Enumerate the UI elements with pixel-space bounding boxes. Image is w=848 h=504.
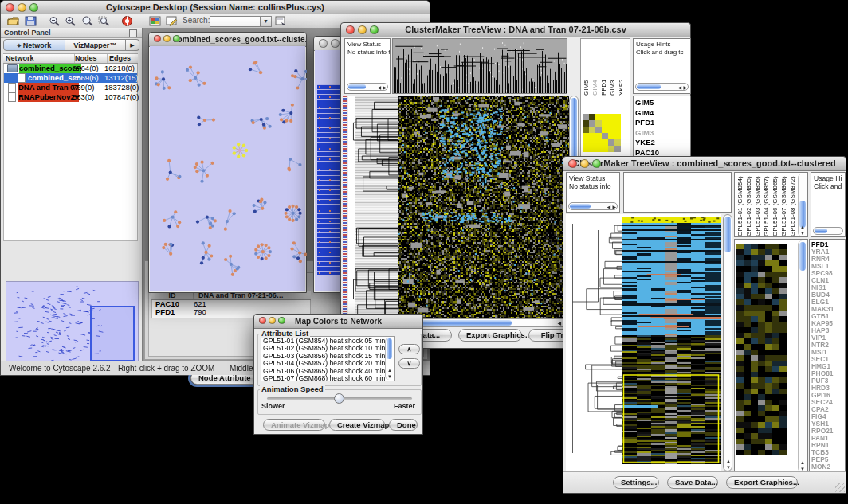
- column-label[interactable]: GPL51-02 (GSM855): [744, 174, 753, 236]
- close-icon[interactable]: [568, 159, 577, 168]
- treeview2-titlebar[interactable]: ClusterMaker TreeView : combined_scores_…: [563, 157, 846, 171]
- help-lifesaver-icon[interactable]: [121, 16, 133, 26]
- gene-label[interactable]: GIM4: [635, 108, 690, 119]
- scroll-up-icon[interactable]: ▲: [726, 459, 731, 463]
- minimize-icon[interactable]: [163, 35, 171, 42]
- move-attribute-up-button[interactable]: ∧: [398, 344, 420, 354]
- network-row[interactable]: RNAPuberNov2+563(0)107847(0): [4, 92, 137, 102]
- zoom-selected-icon[interactable]: [98, 16, 110, 26]
- zoom-window-icon[interactable]: [370, 25, 379, 34]
- scroll-up-icon[interactable]: ▲: [800, 225, 805, 229]
- column-label[interactable]: GPL51-01 (GSM854): [736, 174, 744, 236]
- minimize-icon[interactable]: [358, 25, 367, 34]
- scroll-left-icon[interactable]: ◀: [557, 321, 561, 326]
- close-icon[interactable]: [259, 317, 266, 324]
- scroll-right-icon[interactable]: ▶: [683, 85, 687, 90]
- tab-overflow-icon[interactable]: ▶: [126, 39, 139, 51]
- scroll-right-icon[interactable]: ▶: [612, 205, 616, 209]
- cytoscape-titlebar[interactable]: Cytoscape Desktop (Session Name: collins…: [1, 1, 430, 15]
- tv2-column-dendrogram[interactable]: [623, 172, 732, 213]
- tv2-row-dendrogram[interactable]: [566, 214, 622, 471]
- create-vizmap-button[interactable]: Create Vizmap: [329, 419, 385, 431]
- tv1-export-graphics-button[interactable]: Export Graphics...: [458, 329, 522, 342]
- network-row[interactable]: combined_scores2764(0)16218(0): [4, 64, 137, 73]
- network-row[interactable]: DNA and Tran 07769(0)183728(0): [4, 83, 137, 92]
- column-label[interactable]: PFD1: [599, 41, 608, 96]
- tv2-zoom-panel[interactable]: ▲ ▼: [734, 239, 808, 474]
- tv2-gene-list[interactable]: PFD1YRA1RNR4MSL1SPC98CLN1NIS1BUD4ELG1MAK…: [809, 239, 846, 471]
- scroll-left-icon[interactable]: ◀: [607, 205, 610, 209]
- attribute-item[interactable]: GPL51-07 (GSM868) heat shock 60 min: [263, 375, 383, 381]
- tv2-settings-button[interactable]: Settings...: [613, 476, 659, 489]
- minimize-icon[interactable]: [269, 317, 276, 324]
- scroll-right-icon[interactable]: ▶: [383, 85, 387, 90]
- tv2-vscrollbar[interactable]: ▲ ▼: [723, 214, 732, 471]
- close-icon[interactable]: [319, 39, 328, 48]
- column-label[interactable]: GIM5: [582, 41, 591, 96]
- attribute-list-scrollbar[interactable]: ▲ ▼: [385, 338, 393, 380]
- annotation-icon[interactable]: [166, 16, 178, 26]
- animate-vizmap-button[interactable]: Animate Vizmap: [263, 419, 325, 431]
- overview-viewport-rect[interactable]: [90, 306, 135, 361]
- column-label[interactable]: GPL51-03 (GSM856): [753, 174, 762, 236]
- tv2-save-data-button[interactable]: Save Data...: [667, 476, 718, 489]
- search-dropdown-icon[interactable]: ▼: [260, 16, 272, 27]
- tab-network[interactable]: ⌖ Network: [3, 39, 65, 51]
- scroll-down-icon[interactable]: ▼: [387, 374, 392, 379]
- network-overview[interactable]: [6, 281, 139, 370]
- tv1-hints-scrollbar[interactable]: ◀ ▶: [635, 83, 689, 91]
- save-icon[interactable]: [25, 16, 37, 26]
- close-icon[interactable]: [6, 3, 14, 12]
- column-label[interactable]: GIM4: [591, 41, 599, 96]
- minimize-icon[interactable]: [331, 39, 340, 48]
- scroll-down-icon[interactable]: ▼: [726, 465, 731, 470]
- zoom-fit-icon[interactable]: [81, 16, 93, 26]
- minimize-icon[interactable]: [580, 159, 589, 168]
- zoom-window-icon[interactable]: [173, 35, 180, 42]
- gene-label[interactable]: GIM3: [635, 128, 690, 139]
- done-button[interactable]: Done: [389, 419, 418, 431]
- zoom-window-icon[interactable]: [29, 3, 38, 12]
- zoom-out-icon[interactable]: [49, 16, 61, 26]
- gene-label[interactable]: GIM5: [635, 98, 690, 108]
- scroll-down-icon[interactable]: ▼: [800, 231, 805, 236]
- tv2-export-graphics-button[interactable]: Export Graphics...: [726, 476, 798, 489]
- zoom-window-icon[interactable]: [592, 159, 601, 168]
- scroll-up-icon[interactable]: ▲: [800, 460, 805, 465]
- tab-vizmapper[interactable]: VizMapper™: [65, 39, 127, 51]
- scroll-left-icon[interactable]: ◀: [677, 85, 681, 90]
- gene-label[interactable]: MON2: [811, 463, 845, 471]
- zoom-window-icon[interactable]: [278, 317, 285, 324]
- float-panel-icon[interactable]: [129, 29, 137, 37]
- tv2-zoom-scrollbar[interactable]: ▲ ▼: [798, 240, 807, 472]
- close-icon[interactable]: [346, 25, 355, 34]
- open-file-icon[interactable]: [7, 16, 19, 26]
- column-label[interactable]: GPL51-08 (GSM872): [788, 174, 797, 236]
- slider-thumb[interactable]: [334, 393, 344, 404]
- scroll-up-icon[interactable]: ▲: [387, 368, 392, 373]
- minimize-icon[interactable]: [18, 3, 26, 12]
- treeview1-titlebar[interactable]: ClusterMaker TreeView : DNA and Tran 07-…: [341, 23, 690, 37]
- tv1-row-dendrogram[interactable]: [348, 96, 398, 318]
- tv1-hscrollbar[interactable]: ◀ ▶: [398, 318, 569, 327]
- dialog-titlebar[interactable]: Map Colors to Network: [254, 315, 422, 329]
- zoom-in-icon[interactable]: [65, 16, 77, 26]
- tv1-status-scrollbar[interactable]: ◀ ▶: [347, 83, 388, 91]
- search-options-icon[interactable]: [275, 16, 287, 26]
- tv2-heatmap[interactable]: [622, 214, 721, 471]
- column-label[interactable]: GPL51-06 (GSM865): [771, 174, 779, 236]
- close-icon[interactable]: [154, 35, 161, 42]
- tv2-headers-scrollbar[interactable]: ▲ ▼: [798, 174, 807, 236]
- network-window-1-titlebar[interactable]: combined_scores_good.txt--cluste...: [149, 33, 306, 47]
- column-label[interactable]: GPL51-07 (GSM868): [779, 174, 788, 236]
- network-view-1[interactable]: [150, 46, 305, 291]
- move-attribute-down-button[interactable]: ∨: [398, 358, 420, 369]
- tv1-zoom-matrix[interactable]: [583, 114, 621, 152]
- gene-label[interactable]: PFD1: [635, 118, 690, 128]
- column-label[interactable]: GPL51-04 (GSM857): [762, 174, 771, 236]
- attr-table-row[interactable]: PAC10621: [152, 300, 310, 308]
- attribute-list[interactable]: GPL51-01 (GSM854) heat shock 05 minGPL51…: [261, 336, 395, 381]
- gene-label[interactable]: YKE2: [635, 138, 690, 148]
- tv1-heatmap[interactable]: [398, 96, 569, 318]
- tv2-status-scrollbar[interactable]: ◀ ▶: [568, 202, 618, 210]
